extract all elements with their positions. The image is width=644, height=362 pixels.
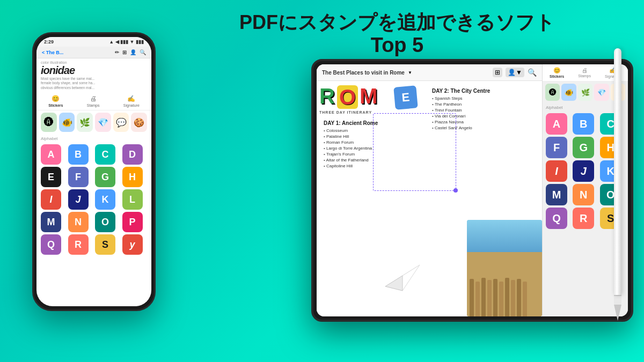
tablet-toolbar: The Best Places to visit in Rome ▼ ⊞ 👤▼ … — [317, 64, 542, 81]
sticker-special-5[interactable]: 💬 — [113, 113, 129, 132]
phone-nav-search-icon[interactable]: 🔍 — [140, 49, 146, 55]
doc-title-o: O — [337, 85, 358, 109]
phone-status-bar: 2:29 ▲ ◀ ▮▮▮ ▼ ▮▮▮ — [36, 37, 151, 47]
phone-nav-edit-icon[interactable]: ✏ — [115, 49, 119, 55]
phone-tab-bar: 😊 Stickers 🖨 Stamps ✍ Signature — [36, 92, 151, 110]
panel-tab-stamps[interactable]: 🖨 Stamps — [578, 67, 591, 78]
sticker-c[interactable]: C — [95, 144, 115, 165]
sky — [467, 220, 542, 252]
sticker-m[interactable]: M — [41, 212, 61, 232]
sticker-e-black[interactable]: E — [41, 167, 61, 187]
sticker-special-3[interactable]: 🌿 — [77, 113, 93, 132]
panel-sticker-n[interactable]: N — [573, 184, 594, 205]
panel-tab-stamps-label: Stamps — [578, 74, 591, 78]
phone-device: 2:29 ▲ ◀ ▮▮▮ ▼ ▮▮▮ < The B... ✏ ⊞ 👤 🔍 co… — [32, 32, 156, 311]
columns — [467, 274, 542, 316]
phone-content-header: color illustration ionidae Most species … — [36, 58, 151, 92]
phone-tab-stamps[interactable]: 🖨 Stamps — [87, 95, 100, 107]
sticker-i[interactable]: I — [41, 189, 61, 210]
sticker-p[interactable]: P — [122, 212, 143, 232]
selection-handle[interactable] — [453, 188, 458, 193]
sticker-special-6[interactable]: 🍪 — [131, 113, 147, 132]
phone-nav-back[interactable]: < The B... — [42, 50, 63, 55]
phone-brand-text: ionidae — [41, 64, 147, 77]
phone-tab-signature[interactable]: ✍ Signature — [123, 95, 140, 107]
phone-tab-stamps-label: Stamps — [87, 104, 100, 107]
sticker-l[interactable]: L — [122, 189, 143, 210]
sticker-b[interactable]: B — [68, 144, 89, 165]
phone-nav-icon2[interactable]: ⊞ — [122, 49, 127, 55]
sticker-g[interactable]: G — [95, 167, 115, 187]
building-base — [467, 252, 542, 316]
panel-sticker-special-3[interactable]: 🌿 — [578, 84, 592, 101]
letter-m: M — [360, 84, 377, 108]
sticker-s[interactable]: S — [95, 234, 115, 255]
phone-description: Most species have the same mal...female … — [41, 77, 147, 90]
sticker-d[interactable]: D — [122, 144, 143, 165]
doc-sticker-overlay: E — [393, 85, 418, 110]
phone-tab-signature-label: Signature — [123, 104, 140, 107]
panel-sticker-special-2[interactable]: 🐠 — [561, 84, 576, 101]
panel-sticker-q[interactable]: Q — [546, 208, 567, 229]
panel-sticker-m[interactable]: M — [546, 184, 567, 205]
panel-tab-stickers-label: Stickers — [550, 75, 564, 78]
phone-tab-stickers-label: Stickers — [48, 104, 63, 107]
sticker-special-2[interactable]: 🐠 — [59, 113, 75, 132]
panel-sticker-g[interactable]: G — [573, 137, 594, 158]
tablet-toolbar-icon2[interactable]: 👤▼ — [506, 68, 524, 77]
doc-title-m: M — [360, 85, 377, 107]
list-item-trevi: Trevi Fountain — [432, 107, 526, 113]
phone-sticker-grid: A B C D E F G H I J K L M N O P Q R S y — [36, 142, 151, 257]
sticker-q[interactable]: Q — [41, 234, 61, 255]
colosseum-photo — [467, 220, 542, 316]
pencil-cap — [614, 295, 621, 305]
title-japanese: PDFにスタンプを追加できるソフト — [182, 11, 612, 34]
letter-r: R — [319, 84, 335, 108]
tablet-main-content: The Best Places to visit in Rome ▼ ⊞ 👤▼ … — [317, 64, 542, 316]
sticker-k[interactable]: K — [95, 189, 115, 210]
doc-subtitle: THREE DAY ITINERARY — [319, 110, 372, 114]
sticker-n[interactable]: N — [68, 212, 89, 232]
panel-tab-stickers[interactable]: 😊 Stickers — [550, 67, 564, 78]
title-english: Top 5 — [182, 34, 612, 57]
phone-category-text: color illustration — [41, 61, 147, 64]
sticker-h[interactable]: H — [122, 167, 143, 187]
letter-o: O — [339, 85, 356, 109]
tablet-toolbar-search-icon[interactable]: 🔍 — [528, 68, 537, 77]
sticker-r[interactable]: R — [68, 234, 89, 255]
phone-nav-bar: < The B... ✏ ⊞ 👤 🔍 — [36, 47, 151, 58]
phone-screen: 2:29 ▲ ◀ ▮▮▮ ▼ ▮▮▮ < The B... ✏ ⊞ 👤 🔍 co… — [36, 37, 151, 306]
panel-sticker-special-1[interactable]: 🅐 — [545, 84, 560, 101]
tablet-toolbar-dropdown-icon[interactable]: ▼ — [408, 70, 412, 75]
signature-icon: ✍ — [127, 95, 136, 102]
phone-status-icons: ▲ ◀ ▮▮▮ ▼ ▮▮▮ — [109, 39, 144, 45]
selection-box[interactable] — [373, 113, 456, 191]
phone-time: 2:29 — [44, 39, 54, 45]
tablet-document: R O M THREE DAY ITINERARY DAY 1: Ancient… — [317, 81, 542, 316]
sticker-o[interactable]: O — [95, 212, 115, 232]
panel-sticker-f[interactable]: F — [546, 137, 567, 158]
doc-title-r: R — [319, 85, 335, 107]
sticker-a[interactable]: A — [41, 144, 61, 165]
phone-nav-icon3[interactable]: 👤 — [130, 49, 136, 55]
phone-tab-stickers[interactable]: 😊 Stickers — [48, 95, 63, 107]
panel-sticker-b[interactable]: B — [573, 113, 594, 135]
tablet-screen: The Best Places to visit in Rome ▼ ⊞ 👤▼ … — [317, 64, 628, 316]
sticker-special-1[interactable]: 🅐 — [41, 113, 57, 132]
panel-sticker-r[interactable]: R — [573, 208, 594, 229]
panel-sticker-a[interactable]: A — [546, 113, 567, 135]
sticker-y[interactable]: y — [122, 234, 143, 255]
list-item-spanish-steps: Spanish Steps — [432, 95, 526, 101]
pencil-body — [614, 48, 621, 295]
sticker-j[interactable]: J — [68, 189, 89, 210]
sticker-special-4[interactable]: 💎 — [95, 113, 111, 132]
sticker-f[interactable]: F — [68, 167, 89, 187]
panel-stamps-icon: 🖨 — [582, 67, 588, 73]
stamps-icon: 🖨 — [89, 95, 98, 102]
panel-sticker-j[interactable]: J — [573, 160, 594, 182]
tablet-toolbar-icon1[interactable]: ⊞ — [493, 68, 502, 77]
panel-sticker-special-4[interactable]: 💎 — [594, 84, 609, 101]
title-area: PDFにスタンプを追加できるソフト Top 5 — [182, 11, 612, 57]
panel-sticker-i[interactable]: I — [546, 160, 567, 182]
stickers-icon: 😊 — [51, 95, 61, 102]
